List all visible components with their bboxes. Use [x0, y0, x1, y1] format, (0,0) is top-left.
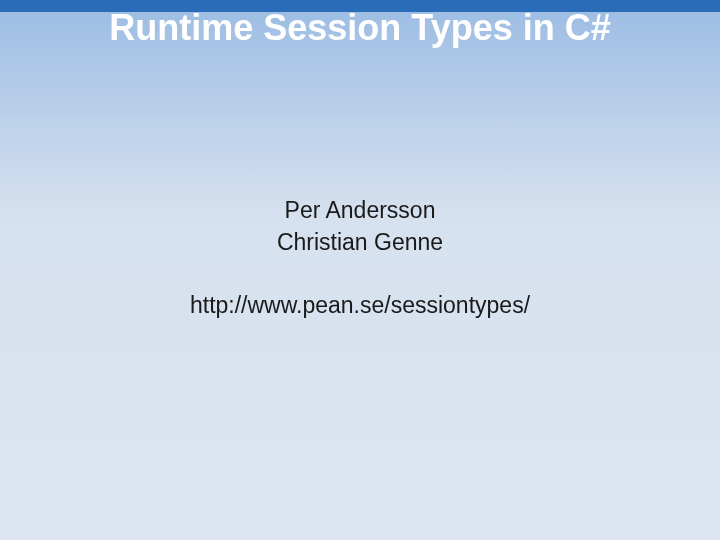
slide: Runtime Session Types in C# Per Andersso…	[0, 0, 720, 540]
project-url: http://www.pean.se/sessiontypes/	[0, 289, 720, 321]
slide-content: Per Andersson Christian Genne http://www…	[0, 194, 720, 321]
author-name: Per Andersson	[0, 194, 720, 226]
author-name: Christian Genne	[0, 226, 720, 258]
slide-title: Runtime Session Types in C#	[0, 6, 720, 49]
